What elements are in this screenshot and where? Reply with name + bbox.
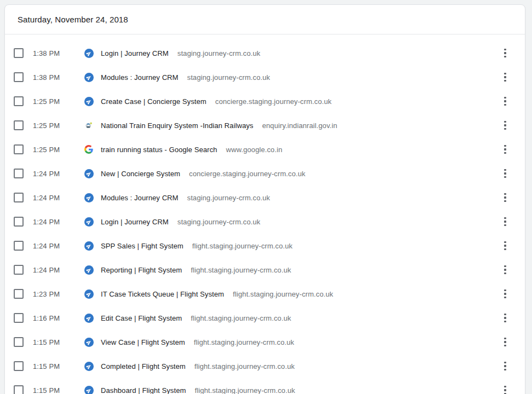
- row-checkbox[interactable]: [14, 313, 24, 323]
- site-domain: staging.journey-crm.co.uk: [178, 49, 260, 57]
- history-row: 1:24 PM Reporting | Flight System flight…: [5, 258, 525, 282]
- visit-time: 1:23 PM: [33, 290, 84, 298]
- kebab-menu-icon[interactable]: [499, 212, 512, 231]
- journey-crm-favicon: [84, 241, 94, 251]
- history-link[interactable]: New | Concierge System: [101, 170, 180, 178]
- row-checkbox[interactable]: [14, 96, 24, 106]
- history-link[interactable]: Dashboard | Flight System: [101, 386, 186, 394]
- history-link[interactable]: Create Case | Concierge System: [101, 97, 207, 106]
- history-link[interactable]: Modules : Journey CRM: [101, 194, 179, 202]
- visit-time: 1:24 PM: [33, 266, 84, 274]
- journey-crm-favicon: [84, 361, 94, 371]
- history-link[interactable]: train running status - Google Search: [101, 146, 217, 154]
- visit-time: 1:38 PM: [33, 49, 84, 57]
- history-row: 1:38 PM Login | Journey CRM staging.jour…: [5, 41, 525, 65]
- history-link[interactable]: SPP Sales | Fight System: [101, 242, 184, 250]
- kebab-menu-icon[interactable]: [499, 44, 512, 62]
- kebab-menu-icon[interactable]: [499, 140, 512, 159]
- journey-crm-favicon: [84, 217, 94, 227]
- row-checkbox[interactable]: [14, 289, 24, 299]
- history-row: 1:24 PM Login | Journey CRM staging.jour…: [5, 210, 525, 234]
- history-row: 1:16 PM Edit Case | Flight System flight…: [5, 306, 525, 330]
- history-link[interactable]: Completed | Flight System: [101, 362, 186, 370]
- kebab-menu-icon[interactable]: [499, 285, 512, 303]
- row-checkbox[interactable]: [14, 217, 24, 227]
- kebab-menu-icon[interactable]: [499, 116, 512, 135]
- kebab-menu-icon[interactable]: [499, 92, 512, 111]
- visit-time: 1:15 PM: [33, 362, 84, 370]
- history-link[interactable]: Login | Journey CRM: [101, 49, 169, 57]
- journey-crm-favicon: [84, 337, 94, 347]
- site-domain: www.google.co.in: [226, 146, 282, 154]
- journey-crm-favicon: [84, 169, 94, 178]
- history-link[interactable]: National Train Enquiry System -Indian Ra…: [101, 121, 253, 130]
- kebab-menu-icon[interactable]: [499, 188, 512, 207]
- journey-crm-favicon: [84, 313, 94, 323]
- visit-time: 1:24 PM: [33, 170, 84, 178]
- row-checkbox[interactable]: [14, 241, 24, 251]
- row-checkbox[interactable]: [14, 120, 24, 130]
- journey-crm-favicon: [84, 385, 94, 394]
- visit-time: 1:15 PM: [33, 338, 84, 346]
- visit-time: 1:25 PM: [33, 146, 84, 154]
- history-link[interactable]: View Case | Flight System: [101, 338, 185, 346]
- site-domain: flight.staging.journey-crm.co.uk: [195, 386, 295, 394]
- site-domain: concierge.staging.journey-crm.co.uk: [189, 170, 305, 178]
- site-domain: flight.staging.journey-crm.co.uk: [191, 314, 291, 322]
- site-domain: staging.journey-crm.co.uk: [187, 73, 270, 82]
- row-checkbox[interactable]: [14, 72, 24, 82]
- visit-time: 1:38 PM: [33, 73, 84, 82]
- visit-time: 1:15 PM: [33, 386, 84, 394]
- history-row: 1:25 PM National Train Enquiry System -I…: [5, 113, 525, 137]
- journey-crm-favicon: [84, 265, 94, 275]
- row-checkbox[interactable]: [14, 361, 24, 371]
- row-checkbox[interactable]: [14, 265, 24, 275]
- date-header-label: Saturday, November 24, 2018: [18, 15, 128, 24]
- journey-crm-favicon: [84, 96, 94, 106]
- row-checkbox[interactable]: [14, 337, 24, 347]
- history-row: 1:23 PM IT Case Tickets Queue | Flight S…: [5, 282, 525, 306]
- visit-time: 1:24 PM: [33, 242, 84, 250]
- history-link[interactable]: IT Case Tickets Queue | Flight System: [101, 290, 224, 298]
- kebab-menu-icon[interactable]: [499, 381, 512, 394]
- history-row: 1:15 PM View Case | Flight System flight…: [5, 330, 525, 354]
- history-row: 1:25 PM train running status - Google Se…: [5, 137, 525, 161]
- history-link[interactable]: Login | Journey CRM: [101, 218, 169, 226]
- row-checkbox[interactable]: [14, 48, 24, 58]
- visit-time: 1:24 PM: [33, 194, 84, 202]
- kebab-menu-icon[interactable]: [499, 309, 512, 327]
- history-link[interactable]: Reporting | Flight System: [101, 266, 182, 274]
- site-domain: flight.staging.journey-crm.co.uk: [195, 362, 295, 370]
- history-link[interactable]: Modules : Journey CRM: [101, 73, 179, 82]
- kebab-menu-icon[interactable]: [499, 68, 512, 86]
- site-domain: flight.staging.journey-crm.co.uk: [192, 242, 293, 250]
- site-domain: concierge.staging.journey-crm.co.uk: [215, 97, 331, 106]
- history-row: 1:15 PM Completed | Flight System flight…: [5, 354, 525, 378]
- journey-crm-favicon: [84, 48, 94, 58]
- google-favicon: [84, 144, 94, 154]
- indian-railways-favicon: [84, 120, 94, 130]
- history-row: 1:24 PM Modules : Journey CRM staging.jo…: [5, 186, 525, 210]
- site-domain: flight.staging.journey-crm.co.uk: [194, 338, 294, 346]
- kebab-menu-icon[interactable]: [499, 236, 512, 255]
- history-link[interactable]: Edit Case | Flight System: [101, 314, 182, 322]
- visit-time: 1:16 PM: [33, 314, 84, 322]
- row-checkbox[interactable]: [14, 385, 24, 394]
- kebab-menu-icon[interactable]: [499, 164, 512, 183]
- site-domain: enquiry.indianrail.gov.in: [262, 121, 337, 130]
- history-list: 1:38 PM Login | Journey CRM staging.jour…: [5, 34, 525, 394]
- history-row: 1:15 PM Dashboard | Flight System flight…: [5, 378, 525, 394]
- row-checkbox[interactable]: [14, 144, 24, 154]
- row-checkbox[interactable]: [14, 193, 24, 202]
- history-row: 1:38 PM Modules : Journey CRM staging.jo…: [5, 65, 525, 89]
- visit-time: 1:25 PM: [33, 121, 84, 130]
- kebab-menu-icon[interactable]: [499, 260, 512, 279]
- visit-time: 1:25 PM: [33, 97, 84, 106]
- journey-crm-favicon: [84, 72, 94, 82]
- site-domain: staging.journey-crm.co.uk: [187, 194, 270, 202]
- row-checkbox[interactable]: [14, 169, 24, 178]
- kebab-menu-icon[interactable]: [499, 333, 512, 351]
- history-row: 1:24 PM New | Concierge System concierge…: [5, 161, 525, 186]
- kebab-menu-icon[interactable]: [499, 357, 512, 375]
- site-domain: staging.journey-crm.co.uk: [178, 218, 260, 226]
